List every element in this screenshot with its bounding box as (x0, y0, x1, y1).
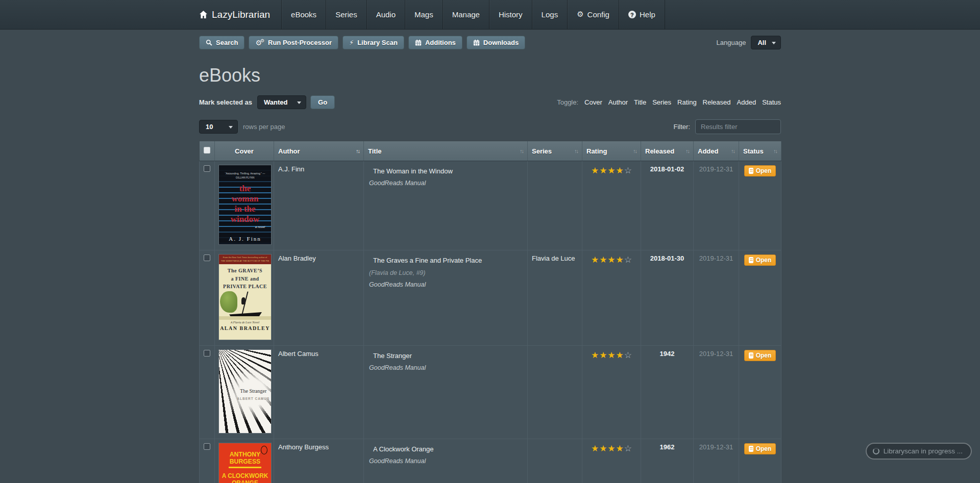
toggle-link-status[interactable]: Status (762, 98, 781, 106)
book-cover[interactable]: From the New York Times bestselling auth… (219, 255, 271, 340)
rating-stars: ★★★★☆ (582, 439, 641, 483)
home-icon (199, 10, 208, 19)
book-title-link[interactable]: The Woman in the Window (373, 167, 453, 175)
author-link[interactable]: Anthony Burgess (278, 443, 329, 451)
select-all-checkbox[interactable] (204, 147, 210, 154)
col-header-series[interactable]: Series (528, 141, 582, 161)
results-filter-input[interactable] (695, 119, 781, 134)
author-link[interactable]: Alan Bradley (278, 255, 316, 262)
toast-message: Libraryscan in progress ... (884, 447, 963, 455)
author-link[interactable]: A.J. Finn (278, 165, 304, 173)
rows-per-page-select[interactable]: 10 (199, 120, 238, 134)
col-header-added[interactable]: Added (694, 141, 739, 161)
book-source: GoodReads Manual (369, 457, 523, 465)
sort-icon (633, 148, 636, 154)
toggle-link-author[interactable]: Author (608, 98, 628, 106)
question-circle-icon (628, 11, 636, 18)
book-source: GoodReads Manual (369, 281, 523, 288)
row-checkbox[interactable] (204, 350, 210, 357)
library-scan-button[interactable]: Library Scan (342, 36, 404, 49)
nav-item-help[interactable]: Help (619, 0, 665, 29)
added-date: 2019-12-31 (694, 346, 739, 439)
row-checkbox[interactable] (204, 165, 210, 172)
sort-icon (356, 148, 359, 154)
released-date: 2018-01-30 (641, 250, 694, 346)
added-date: 2019-12-31 (694, 250, 739, 346)
brand-label: LazyLibrarian (212, 9, 270, 20)
nav-item-series[interactable]: Series (326, 0, 366, 29)
series-link[interactable]: Flavia de Luce (532, 255, 575, 262)
book-icon (749, 352, 753, 359)
row-checkbox[interactable] (204, 443, 210, 450)
row-checkbox[interactable] (204, 255, 210, 261)
col-header-status[interactable]: Status (739, 141, 781, 161)
released-date: 2018-01-02 (641, 161, 694, 250)
sort-icon (685, 148, 689, 154)
nav-item-mags[interactable]: Mags (405, 0, 443, 29)
table-row: From the New York Times bestselling auth… (200, 250, 781, 346)
nav-item-config[interactable]: Config (567, 0, 619, 29)
nav-item-ebooks[interactable]: eBooks (281, 0, 326, 29)
calendar-icon (473, 39, 480, 46)
book-cover[interactable]: The Stranger ALBERT CAMUS (219, 350, 271, 433)
col-header-released[interactable]: Released (641, 141, 694, 161)
book-cover[interactable]: “Astounding. Thrilling. Amazing.” —GILLI… (219, 165, 271, 244)
table-row: The Stranger ALBERT CAMUS Albert Camus T… (200, 346, 781, 439)
book-title-link[interactable]: The Stranger (373, 352, 412, 360)
released-date: 1962 (641, 439, 694, 483)
added-date: 2019-12-31 (694, 439, 739, 483)
open-button[interactable]: Open (744, 443, 776, 454)
book-cover[interactable]: ANTHONYBURGESS A CLOCKWORKORANGE (219, 443, 271, 483)
col-header-rating[interactable]: Rating (582, 141, 641, 161)
table-row: “Astounding. Thrilling. Amazing.” —GILLI… (200, 161, 781, 250)
col-header-title[interactable]: Title (364, 141, 528, 161)
run-post-processor-button[interactable]: Run Post-Processor (249, 36, 338, 49)
book-source: GoodReads Manual (369, 364, 523, 371)
toggle-link-rating[interactable]: Rating (677, 98, 697, 106)
libraryscan-toast[interactable]: Libraryscan in progress ... (866, 443, 972, 460)
table-row: ANTHONYBURGESS A CLOCKWORKORANGE Anthony… (200, 439, 781, 483)
search-icon (206, 39, 212, 46)
brand-link[interactable]: LazyLibrarian (199, 0, 281, 29)
toggle-link-added[interactable]: Added (737, 98, 756, 106)
col-header-author[interactable]: Author (274, 141, 364, 161)
cover-illustration (219, 291, 271, 320)
nav-item-manage[interactable]: Manage (443, 0, 489, 29)
col-header-cover: Cover (215, 141, 274, 161)
toggle-link-released[interactable]: Released (703, 98, 731, 106)
toggle-link-cover[interactable]: Cover (584, 98, 602, 106)
nav-item-history[interactable]: History (489, 0, 532, 29)
released-date: 1942 (641, 346, 694, 439)
open-button[interactable]: Open (744, 255, 776, 266)
rating-stars: ★★★★☆ (582, 161, 641, 250)
calendar-icon (415, 39, 422, 46)
book-source: GoodReads Manual (369, 180, 523, 187)
downloads-button[interactable]: Downloads (467, 36, 525, 49)
language-select[interactable]: All (751, 36, 781, 49)
book-title-link[interactable]: The Graves a Fine and Private Place (373, 257, 482, 264)
book-title-link[interactable]: A Clockwork Orange (373, 445, 434, 453)
additions-button[interactable]: Additions (408, 36, 462, 49)
sort-icon (520, 148, 523, 154)
column-toggle-bar: Toggle: Cover Author Title Series Rating… (557, 98, 781, 106)
sort-icon (574, 148, 578, 154)
open-button[interactable]: Open (744, 165, 776, 176)
action-toolbar: Search Run Post-Processor Library Scan A… (199, 36, 781, 49)
nav-item-audio[interactable]: Audio (366, 0, 405, 29)
mark-selected-select[interactable]: Wanted (257, 95, 306, 109)
toggle-link-series[interactable]: Series (652, 98, 671, 106)
toggle-link-title[interactable]: Title (634, 98, 646, 106)
open-button[interactable]: Open (744, 350, 776, 361)
search-button[interactable]: Search (199, 36, 244, 49)
book-icon (749, 257, 753, 263)
author-link[interactable]: Albert Camus (278, 350, 318, 358)
table-header-row: Cover Author Title Series Rating Release… (200, 141, 781, 161)
go-button[interactable]: Go (310, 95, 335, 109)
nav-item-logs[interactable]: Logs (532, 0, 568, 29)
gear-icon (577, 11, 583, 18)
language-label: Language (717, 39, 746, 46)
rating-stars: ★★★★☆ (582, 250, 641, 346)
book-icon (749, 168, 753, 174)
toggle-label: Toggle: (557, 98, 578, 106)
filter-label: Filter: (674, 123, 691, 131)
